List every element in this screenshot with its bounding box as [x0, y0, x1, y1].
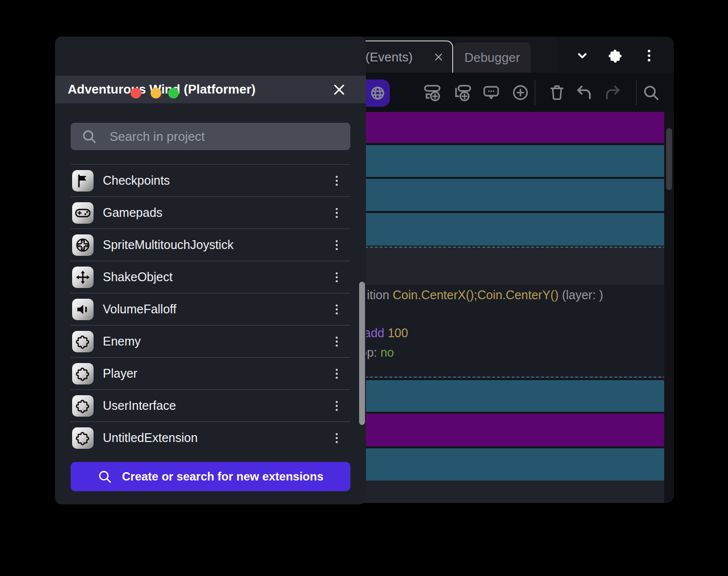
list-item-shakeobject[interactable]: ShakeObject — [71, 261, 350, 293]
gamepad-icon — [72, 202, 94, 224]
list-item-label: Checkpoints — [103, 173, 328, 188]
list-item-label: UserInterface — [103, 399, 328, 413]
extensions-puzzle-icon[interactable] — [607, 47, 624, 64]
delete-button[interactable] — [546, 82, 568, 103]
event-action-line[interactable]: add 100 — [364, 326, 408, 340]
search-icon — [97, 469, 112, 484]
tab-close-icon[interactable] — [433, 51, 444, 63]
list-item-spritemultitouchjoystick[interactable]: SpriteMultitouchJoystick — [71, 229, 350, 261]
action-text: (layer: ) — [558, 288, 603, 302]
tab-debugger-label: Debugger — [464, 50, 520, 65]
list-item-label: VolumeFalloff — [103, 302, 328, 316]
events-scrollbar-thumb[interactable] — [666, 128, 672, 190]
toolbar-divider — [636, 80, 637, 105]
kebab-menu-icon[interactable] — [328, 172, 345, 190]
redo-button[interactable] — [602, 82, 624, 103]
dialog-scrollbar-thumb[interactable] — [359, 282, 365, 425]
more-vertical-icon[interactable] — [642, 48, 656, 63]
macos-close-button[interactable] — [131, 88, 141, 98]
list-item-label: ShakeObject — [103, 270, 328, 284]
speaker-icon — [72, 299, 94, 320]
list-item-enemy[interactable]: Enemy — [71, 325, 350, 357]
list-item-volumefalloff[interactable]: VolumeFalloff — [71, 293, 350, 325]
project-item-list: Checkpoints Gamepads SpriteMultitouchJoy… — [71, 164, 350, 454]
kebab-menu-icon[interactable] — [328, 204, 345, 222]
kebab-menu-icon[interactable] — [328, 301, 345, 318]
page-title: Adventurous Wind (Platformer) — [68, 82, 332, 97]
tab-debugger[interactable]: Debugger — [454, 42, 531, 73]
kebab-menu-icon[interactable] — [328, 365, 345, 383]
tab-events-label: (Events) — [365, 50, 413, 65]
action-value: 100 — [388, 326, 408, 340]
kebab-menu-icon[interactable] — [328, 269, 345, 286]
dialog-titlebar — [55, 37, 366, 76]
list-item-gamepads[interactable]: Gamepads — [71, 196, 350, 229]
action-value: no — [381, 346, 394, 359]
joystick-icon — [72, 234, 94, 256]
puzzle-icon — [72, 395, 94, 417]
kebab-menu-icon[interactable] — [328, 236, 345, 254]
add-comment-button[interactable] — [480, 82, 502, 103]
flag-icon — [72, 170, 94, 192]
kebab-menu-icon[interactable] — [328, 429, 345, 447]
macos-zoom-button[interactable] — [168, 88, 179, 98]
list-item-player[interactable]: Player — [71, 357, 350, 389]
macos-minimize-button[interactable] — [151, 88, 161, 98]
action-expression: Coin.CenterX();Coin.CenterY() — [393, 288, 558, 302]
list-item-label: Gamepads — [103, 206, 328, 220]
puzzle-icon — [72, 363, 94, 384]
add-event-button[interactable] — [421, 82, 443, 103]
search-icon — [81, 129, 97, 144]
move-arrows-icon — [72, 267, 94, 288]
list-item-userinterface[interactable]: UserInterface — [71, 389, 350, 422]
list-item-label: UntitledExtension — [103, 431, 328, 445]
dialog-header: Adventurous Wind (Platformer) — [55, 76, 366, 103]
list-item-untitledextension[interactable]: UntitledExtension — [71, 422, 350, 454]
search-input[interactable] — [109, 129, 350, 145]
chevron-down-icon[interactable] — [575, 48, 590, 63]
puzzle-icon — [72, 331, 94, 352]
dialog-body: Checkpoints Gamepads SpriteMultitouchJoy… — [55, 103, 366, 491]
toolbar-divider — [535, 80, 536, 105]
cta-label: Create or search for new extensions — [122, 470, 323, 483]
close-icon[interactable] — [332, 82, 346, 97]
list-item-label: Player — [103, 366, 328, 381]
list-item-checkpoints[interactable]: Checkpoints — [71, 164, 350, 196]
list-item-label: SpriteMultitouchJoystick — [103, 238, 328, 252]
puzzle-icon — [72, 427, 94, 449]
create-or-search-extensions-button[interactable]: Create or search for new extensions — [71, 462, 350, 491]
kebab-menu-icon[interactable] — [328, 333, 345, 350]
action-keyword: add — [364, 326, 388, 340]
desktop: (Events) Debugger — [0, 0, 728, 576]
add-subevent-button[interactable] — [452, 82, 474, 103]
search-box[interactable] — [71, 123, 350, 150]
add-circle-button[interactable] — [510, 82, 531, 103]
undo-button[interactable] — [573, 82, 594, 103]
list-item-label: Enemy — [103, 334, 328, 348]
kebab-menu-icon[interactable] — [328, 397, 345, 415]
project-manager-dialog: Adventurous Wind (Platformer) Checkpoint… — [55, 37, 366, 504]
event-action-line[interactable]: ition Coin.CenterX();Coin.CenterY() (lay… — [367, 288, 603, 302]
action-text: ition — [367, 288, 393, 302]
globe-icon — [369, 85, 386, 101]
search-events-button[interactable] — [640, 82, 662, 103]
window-controls — [557, 37, 674, 75]
